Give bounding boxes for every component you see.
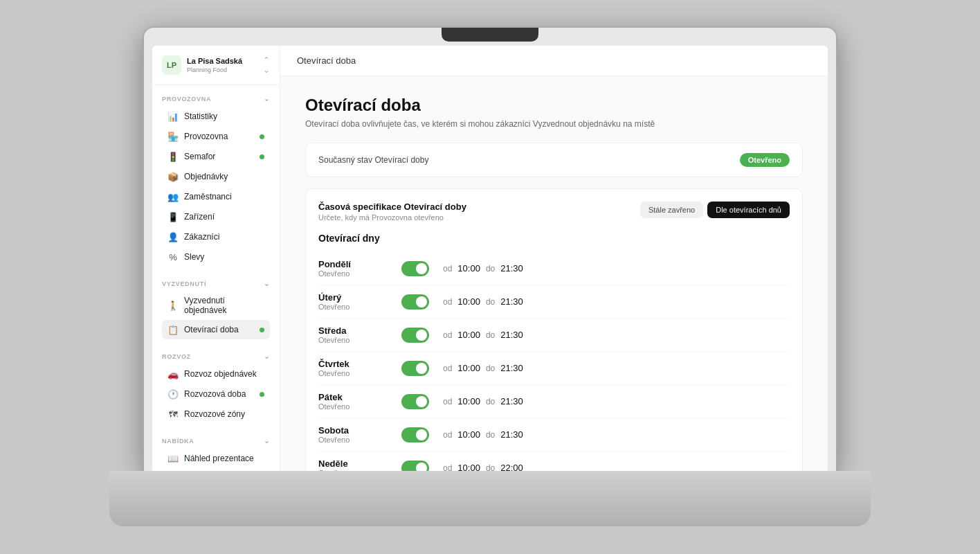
- day-row: Pondělí Otevřeno od 10:00 do 21:30: [318, 252, 790, 285]
- to-time-5[interactable]: 21:30: [500, 429, 523, 440]
- sidebar-item-label-rozvozdob: Rozvozová doba: [184, 389, 254, 399]
- sidebar-item-nahledprez[interactable]: 📖 Náhled prezentace: [162, 449, 270, 468]
- always-closed-button[interactable]: Stále zavřeno: [640, 202, 703, 218]
- sidebar-item-oteviraci[interactable]: 📋 Otevírací doba: [162, 320, 270, 339]
- sidebar-item-semafor[interactable]: 🚦 Semafor: [162, 147, 270, 166]
- time-range-0: od 10:00 do 21:30: [443, 263, 790, 274]
- topbar-title: Otevírací doba: [297, 55, 356, 66]
- sidebar-brand[interactable]: LP La Pisa Sadská Planning Food ⌃⌄: [152, 46, 280, 85]
- sidebar-item-zakaznici[interactable]: 👤 Zákazníci: [162, 227, 270, 247]
- from-time-3[interactable]: 10:00: [457, 363, 480, 373]
- day-name-2: Středa: [318, 325, 401, 336]
- day-status-1: Otevřeno: [318, 303, 401, 311]
- sidebar-item-slevy[interactable]: % Slevy: [162, 247, 270, 267]
- to-time-4[interactable]: 21:30: [500, 396, 523, 406]
- day-name-6: Neděle: [318, 458, 401, 469]
- from-label-5: od: [443, 430, 452, 440]
- sidebar-item-label-zamestnanci: Zaměstnanci: [184, 192, 264, 202]
- sidebar: LP La Pisa Sadská Planning Food ⌃⌄ PROVO…: [152, 46, 280, 472]
- from-time-5[interactable]: 10:00: [457, 429, 480, 440]
- to-label-5: do: [486, 430, 495, 440]
- time-range-2: od 10:00 do 21:30: [443, 330, 790, 340]
- sidebar-section-label: VYZVEDNUTÍ⌄: [162, 280, 270, 287]
- sidebar-item-zamestnanci[interactable]: 👥 Zaměstnanci: [162, 187, 270, 206]
- sidebar-section-nabídka: NABÍDKA⌄ 📖 Náhled prezentace: [152, 427, 280, 472]
- day-toggle-1[interactable]: [401, 294, 429, 310]
- brand-avatar: LP: [162, 55, 181, 75]
- sidebar-item-label-statistiky: Statistiky: [184, 111, 264, 121]
- toggle-wrapper-2: [401, 328, 429, 343]
- day-info-5: Sobota Otevřeno: [318, 425, 401, 444]
- sidebar-section-vyzvednutí: VYZVEDNUTÍ⌄ 🚶 Vyzvednutí objednávek 📋 Ot…: [152, 270, 280, 343]
- sidebar-section-label: NABÍDKA⌄: [162, 437, 270, 445]
- hours-card-title: Časová specifikace Otevírací doby: [318, 202, 466, 212]
- day-info-0: Pondělí Otevřeno: [318, 259, 401, 278]
- day-info-4: Pátek Otevřeno: [318, 392, 401, 411]
- day-status-5: Otevřeno: [318, 436, 401, 444]
- rozvozzon-icon: 🗺: [167, 409, 179, 420]
- status-badge: Otevřeno: [740, 153, 790, 167]
- status-dot-rozvozdob: [260, 392, 264, 397]
- day-toggle-3[interactable]: [401, 361, 429, 376]
- hours-card-header: Časová specifikace Otevírací doby Určete…: [318, 202, 790, 222]
- page-subtitle: Otevírací doba ovlivňujete čas, ve které…: [305, 119, 803, 129]
- day-toggle-5[interactable]: [401, 427, 429, 443]
- day-status-2: Otevřeno: [318, 336, 401, 344]
- day-info-3: Čtvrtek Otevřeno: [318, 359, 401, 377]
- day-row: Středa Otevřeno od 10:00 do 21:30: [318, 319, 790, 352]
- page-title: Otevírací doba: [305, 96, 803, 115]
- sidebar-item-label-provozovna: Provozovna: [184, 132, 254, 141]
- brand-sub: Planning Food: [187, 66, 257, 73]
- sidebar-item-provozovna[interactable]: 🏪 Provozovna: [162, 127, 270, 146]
- day-status-4: Otevřeno: [318, 402, 401, 411]
- day-status-3: Otevřeno: [318, 369, 401, 377]
- toggle-wrapper-1: [401, 294, 429, 310]
- from-time-0[interactable]: 10:00: [457, 263, 480, 274]
- from-label-0: od: [443, 264, 452, 274]
- status-dot-provozovna: [260, 134, 264, 139]
- sidebar-item-objednavky[interactable]: 📦 Objednávky: [162, 167, 270, 186]
- sidebar-item-rozvozob[interactable]: 🚗 Rozvoz objednávek: [162, 364, 270, 384]
- sidebar-item-rozvozzon[interactable]: 🗺 Rozvozové zóny: [162, 404, 270, 424]
- time-range-1: od 10:00 do 21:30: [443, 296, 790, 307]
- sidebar-item-label-oteviraci: Otevírací doba: [184, 325, 254, 334]
- content-area: Otevírací doba Otevírací doba ovlivňujet…: [280, 76, 828, 472]
- from-time-4[interactable]: 10:00: [457, 396, 480, 406]
- from-time-1[interactable]: 10:00: [457, 296, 480, 307]
- sidebar-item-vyzvedob[interactable]: 🚶 Vyzvednutí objednávek: [162, 292, 270, 319]
- status-dot-semafor: [260, 154, 264, 159]
- to-time-3[interactable]: 21:30: [500, 363, 523, 373]
- to-time-1[interactable]: 21:30: [500, 296, 523, 307]
- day-info-2: Středa Otevřeno: [318, 325, 401, 344]
- nahledprez-icon: 📖: [167, 453, 179, 464]
- sidebar-item-label-nahledprez: Náhled prezentace: [184, 454, 264, 463]
- sidebar-item-zarizeni[interactable]: 📱 Zařízení: [162, 207, 270, 226]
- to-time-2[interactable]: 21:30: [500, 330, 523, 340]
- provozovna-icon: 🏪: [167, 131, 179, 142]
- to-time-0[interactable]: 21:30: [500, 263, 523, 274]
- sidebar-section-provozovna: PROVOZOVNA⌄ 📊 Statistiky 🏪 Provozovna 🚦 …: [152, 85, 280, 270]
- toggle-wrapper-4: [401, 394, 429, 409]
- day-row: Čtvrtek Otevřeno od 10:00 do 21:30: [318, 352, 790, 385]
- day-toggle-2[interactable]: [401, 328, 429, 343]
- day-row: Sobota Otevřeno od 10:00 do 21:30: [318, 418, 790, 452]
- laptop-notch: [442, 28, 538, 42]
- day-info-6: Neděle Otevřeno: [318, 458, 401, 472]
- sidebar-section-label: PROVOZOVNA⌄: [162, 95, 270, 102]
- status-label: Současný stav Otevírací doby: [318, 155, 428, 165]
- sidebar-item-label-rozvozob: Rozvoz objednávek: [184, 369, 264, 379]
- sidebar-item-rozvozdob[interactable]: 🕐 Rozvozová doba: [162, 384, 270, 404]
- statistiky-icon: 📊: [167, 111, 179, 122]
- from-time-2[interactable]: 10:00: [457, 330, 480, 340]
- day-row: Úterý Otevřeno od 10:00 do 21:30: [318, 285, 790, 319]
- by-opening-days-button[interactable]: Dle otevíracích dnů: [707, 202, 790, 218]
- day-toggle-0[interactable]: [401, 261, 429, 276]
- sidebar-item-label-semafor: Semafor: [184, 152, 254, 161]
- toggle-wrapper-3: [401, 361, 429, 376]
- laptop-base: [109, 471, 871, 526]
- brand-name: La Pisa Sadská: [187, 57, 257, 66]
- sidebar-section-rozvoz: ROZVOZ⌄ 🚗 Rozvoz objednávek 🕐 Rozvozová …: [152, 343, 280, 427]
- sidebar-item-statistiky[interactable]: 📊 Statistiky: [162, 107, 270, 126]
- day-toggle-4[interactable]: [401, 394, 429, 409]
- to-label-2: do: [486, 330, 495, 340]
